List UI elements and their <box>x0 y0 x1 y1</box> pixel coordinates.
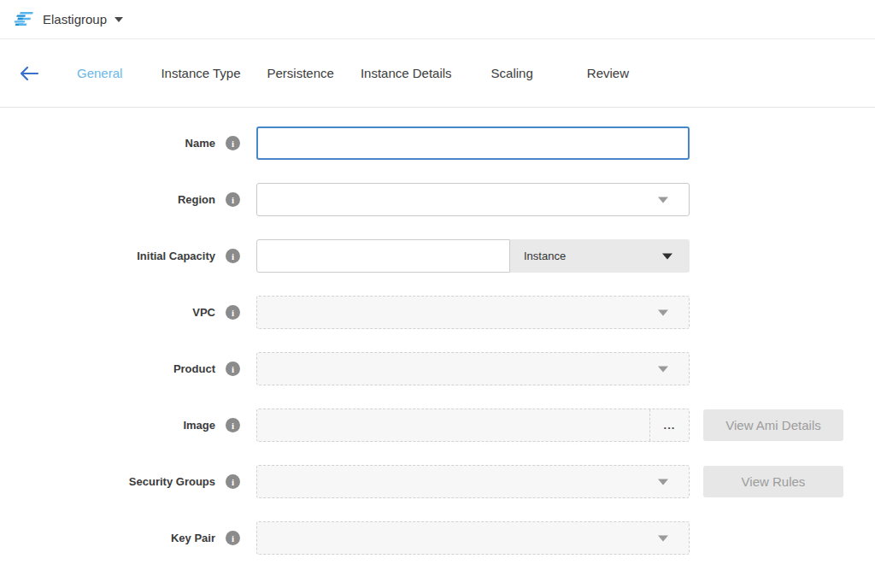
product-label: Product <box>0 362 215 375</box>
general-settings-form: Name i Region i Initial Capacity i Insta… <box>0 126 875 555</box>
chevron-down-icon <box>658 366 668 372</box>
product-info-icon[interactable]: i <box>226 362 240 376</box>
tab-review[interactable]: Review <box>587 66 629 80</box>
security-groups-select <box>256 465 690 498</box>
initial-capacity-unit-select[interactable]: Instance <box>510 239 690 273</box>
chevron-down-icon <box>658 309 668 315</box>
tab-scaling[interactable]: Scaling <box>491 66 533 80</box>
top-bar: Elastigroup <box>0 0 875 39</box>
image-label: Image <box>0 419 215 432</box>
view-rules-button[interactable]: View Rules <box>703 466 843 497</box>
image-browse-button[interactable]: ... <box>649 409 689 441</box>
name-label: Name <box>0 137 215 150</box>
vpc-info-icon[interactable]: i <box>226 305 240 320</box>
chevron-down-icon <box>662 253 672 259</box>
region-row: Region i <box>0 183 875 216</box>
initial-capacity-info-icon[interactable]: i <box>226 249 240 263</box>
product-select <box>256 352 690 385</box>
name-row: Name i <box>0 126 875 160</box>
key-pair-info-icon[interactable]: i <box>226 531 240 545</box>
key-pair-row: Key Pair i <box>0 521 875 555</box>
key-pair-label: Key Pair <box>0 532 215 544</box>
tab-instance-details[interactable]: Instance Details <box>361 66 452 80</box>
product-row: Product i <box>0 352 875 385</box>
initial-capacity-input[interactable] <box>256 239 510 273</box>
vpc-row: VPC i <box>0 296 875 329</box>
name-input[interactable] <box>256 126 690 160</box>
view-ami-details-button[interactable]: View Ami Details <box>703 409 843 441</box>
elastigroup-logo-icon <box>12 11 34 28</box>
app-title[interactable]: Elastigroup <box>43 12 107 26</box>
image-info-icon[interactable]: i <box>226 418 240 432</box>
security-groups-row: Security Groups i View Rules <box>0 465 875 498</box>
initial-capacity-label: Initial Capacity <box>0 250 215 262</box>
initial-capacity-row: Initial Capacity i Instance <box>0 239 875 273</box>
name-info-icon[interactable]: i <box>226 136 240 150</box>
app-switcher-caret-icon[interactable] <box>115 17 123 22</box>
region-select[interactable] <box>256 183 690 216</box>
vpc-select <box>256 296 690 329</box>
tab-persistence[interactable]: Persistence <box>267 66 334 80</box>
back-button[interactable] <box>19 66 39 81</box>
vpc-label: VPC <box>0 306 215 319</box>
image-input: ... <box>256 409 690 442</box>
tab-instance-type[interactable]: Instance Type <box>161 66 240 80</box>
tab-list: General Instance Type Persistence Instan… <box>77 66 629 80</box>
security-groups-label: Security Groups <box>0 475 215 488</box>
initial-capacity-unit-value: Instance <box>524 250 566 262</box>
wizard-tab-bar: General Instance Type Persistence Instan… <box>0 39 875 108</box>
back-arrow-icon <box>19 66 39 81</box>
region-info-icon[interactable]: i <box>226 192 240 207</box>
tab-general[interactable]: General <box>77 66 122 80</box>
security-groups-info-icon[interactable]: i <box>226 474 240 489</box>
region-label: Region <box>0 193 215 206</box>
image-row: Image i ... View Ami Details <box>0 409 875 442</box>
chevron-down-icon <box>658 535 668 541</box>
chevron-down-icon <box>658 479 668 485</box>
key-pair-select <box>256 521 690 555</box>
chevron-down-icon <box>658 197 668 203</box>
